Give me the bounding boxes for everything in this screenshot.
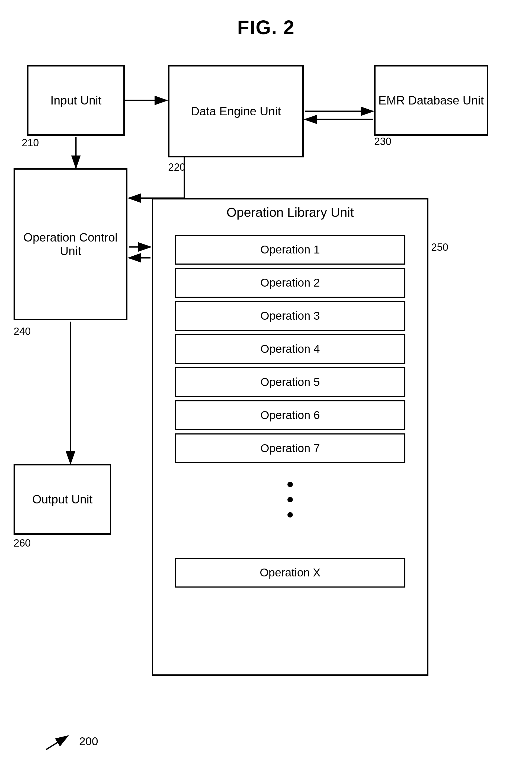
operation-6-label: Operation 6 xyxy=(260,409,320,422)
output-unit-label: Output Unit xyxy=(32,492,93,506)
operation-3-label: Operation 3 xyxy=(260,309,320,322)
operation-5-label: Operation 5 xyxy=(260,376,320,389)
emr-database-unit-box: EMR Database Unit xyxy=(374,65,488,136)
operation-library-unit-box: Operation Library Unit Operation 1 Opera… xyxy=(152,198,428,676)
operation-control-unit-box: Operation Control Unit xyxy=(14,168,127,320)
operation-x-box: Operation X xyxy=(175,558,405,588)
ellipsis-dots xyxy=(153,482,427,517)
operation-4-label: Operation 4 xyxy=(260,343,320,356)
dot-1 xyxy=(287,482,293,487)
operation-x-label: Operation X xyxy=(260,566,321,579)
data-engine-unit-box: Data Engine Unit xyxy=(168,65,304,157)
operation-5-box: Operation 5 xyxy=(175,367,405,397)
operation-2-label: Operation 2 xyxy=(260,276,320,289)
data-engine-unit-label: Data Engine Unit xyxy=(191,104,281,118)
ref-240: 240 xyxy=(14,326,31,337)
operation-control-unit-label: Operation Control Unit xyxy=(15,231,126,258)
operation-6-box: Operation 6 xyxy=(175,400,405,430)
page-title: FIG. 2 xyxy=(0,0,532,39)
dot-2 xyxy=(287,497,293,502)
input-unit-box: Input Unit xyxy=(27,65,125,136)
operation-library-unit-label: Operation Library Unit xyxy=(153,205,427,220)
figure-ref-label: 200 xyxy=(79,735,98,748)
operation-1-box: Operation 1 xyxy=(175,235,405,265)
ref-250: 250 xyxy=(431,242,448,253)
output-unit-box: Output Unit xyxy=(14,464,111,535)
operation-1-label: Operation 1 xyxy=(260,243,320,256)
operation-2-box: Operation 2 xyxy=(175,268,405,298)
ref-210: 210 xyxy=(22,137,39,149)
svg-line-10 xyxy=(46,736,68,750)
operation-3-box: Operation 3 xyxy=(175,301,405,331)
emr-database-unit-label: EMR Database Unit xyxy=(379,94,484,107)
ref-230: 230 xyxy=(374,136,391,147)
operation-4-box: Operation 4 xyxy=(175,334,405,364)
operation-7-label: Operation 7 xyxy=(260,442,320,455)
ref-260: 260 xyxy=(14,537,31,549)
operation-7-box: Operation 7 xyxy=(175,433,405,463)
figure-ref: 200 xyxy=(43,731,98,752)
ref-220: 220 xyxy=(168,161,185,173)
input-unit-label: Input Unit xyxy=(50,94,101,107)
dot-3 xyxy=(287,512,293,517)
